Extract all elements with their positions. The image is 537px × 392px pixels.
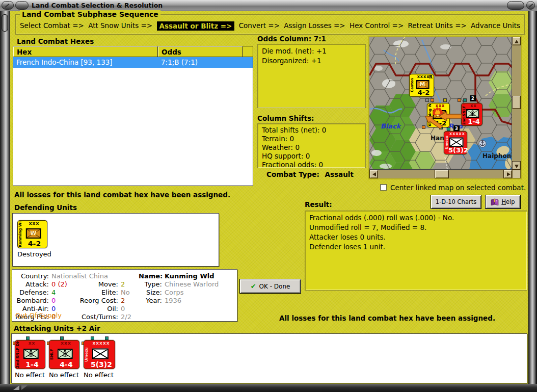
map-vscrollbar[interactable] — [512, 37, 521, 170]
warlord-symbol-icon: W — [25, 228, 41, 239]
window-frame-right — [528, 11, 537, 384]
subphase-step-att-snow: Att Snow Units => — [88, 21, 152, 31]
detail-value: 2/2 — [118, 313, 139, 321]
window-title: Land Combat Selection & Resolution — [32, 2, 163, 9]
attacking-unit-counter-umezu[interactable]: Umezu xxxxx 5(3)2 — [84, 340, 115, 369]
stack-count-badge: 2 — [470, 95, 476, 101]
detail-label: Reorg Cost: — [77, 297, 118, 304]
column-shifts-panel: Total shifts (net): 0 Terrain: 0 Weather… — [257, 123, 366, 168]
detail-label: Size: — [139, 289, 162, 296]
hscroll-thumb[interactable] — [435, 170, 449, 178]
unit-strength: 4-4 — [53, 361, 79, 369]
result-line: Fractional odds (.000) roll was (.000) -… — [309, 213, 523, 223]
odds-column-panel: Die mod. (net): +1 Disorganized: +1 — [257, 44, 366, 108]
window-system-button[interactable] — [2, 1, 14, 10]
window-shade-button[interactable] — [15, 1, 29, 10]
column-header-odds[interactable]: Odds — [158, 46, 243, 57]
column-header-hex[interactable]: Hex — [13, 46, 158, 57]
result-title: Result: — [305, 200, 332, 208]
shift-line: Total shifts (net): 0 — [262, 126, 361, 135]
status-pip — [422, 125, 425, 129]
column-shifts-title: Column Shifts: — [257, 114, 314, 122]
attack-arrow-icon — [439, 111, 462, 121]
resize-grip-icon — [13, 385, 19, 390]
detail-value: 0 — [118, 305, 139, 312]
arrow-right-icon — [507, 172, 511, 176]
map-viewport[interactable]: Black Red Han Haiphong Canton xxxx — [369, 37, 512, 170]
vscroll-thumb[interactable] — [512, 96, 521, 109]
subphase-sequence-group: Land Combat Subphase Sequence Select Com… — [15, 14, 525, 35]
shift-line: Fractional odds: 0 — [262, 161, 361, 168]
scroll-up-button[interactable] — [512, 37, 521, 45]
land-combat-window: Land Combat Selection & Resolution Land … — [0, 0, 537, 392]
charts-button-label: 1-D-10 Charts — [436, 198, 476, 205]
status-pip — [447, 127, 450, 131]
unit-details-panel: Country: Nationalist China Name: Kunming… — [12, 269, 237, 322]
unit-strength: 5(3)2 — [88, 361, 115, 369]
defending-units-panel: Kunming Wld xxx W 4-2 Destroyed — [12, 213, 219, 267]
ok-done-button-label: OK - Done — [259, 283, 290, 290]
detail-value: 0 (2) — [49, 280, 77, 288]
detail-value: Kunming Wld — [162, 272, 234, 280]
charts-button[interactable]: 1-D-10 Charts — [431, 195, 481, 209]
screw-icon — [529, 4, 533, 8]
detail-value: 1936 — [162, 297, 234, 304]
detail-label: Name: — [139, 272, 162, 280]
screw-icon — [5, 4, 10, 8]
help-button[interactable]: Help — [485, 195, 521, 209]
supply-status: Out Of Supply — [15, 311, 62, 319]
detail-label: Country: — [14, 272, 49, 280]
detail-value: 2 — [118, 297, 139, 304]
map-panel: Black Red Han Haiphong Canton xxxx — [368, 36, 522, 179]
subphase-step-advance-units: Advance Units — [471, 21, 520, 31]
status-pip — [443, 98, 447, 102]
shift-line: Weather: 0 — [262, 143, 361, 152]
city-label-hanoi: Han — [431, 135, 444, 142]
detail-label: Oil: — [77, 305, 118, 312]
detail-label: Defense: — [14, 289, 49, 296]
map-hscrollbar[interactable] — [369, 170, 512, 178]
window-collapse-button[interactable] — [507, 1, 524, 10]
subphase-step-assault-or-blitz: Assault or Blitz => — [157, 21, 235, 31]
status-pip — [26, 336, 30, 340]
check-icon: ✔ — [251, 282, 256, 290]
unit-status-label: No effect — [49, 371, 79, 379]
status-pip — [91, 336, 94, 340]
center-map-checkbox[interactable] — [380, 184, 387, 191]
arrow-left-icon — [372, 172, 376, 176]
detail-row: Defense: 4 Elite: No Size: Corps — [14, 289, 234, 296]
unit-size-marker: xx — [20, 341, 44, 345]
port-anchor-icon — [479, 140, 486, 147]
detail-value: Corps — [162, 289, 234, 296]
attacking-units-title: Attacking Units +2 Air — [14, 324, 100, 332]
marine-anchor-icon — [466, 109, 479, 118]
detail-label: Bombard: — [14, 297, 49, 304]
marine-anchor-icon — [58, 349, 73, 359]
unit-strength: 5(3)2 — [448, 146, 467, 154]
subphase-step-select-combat: Select Combat => — [20, 21, 84, 31]
odds-line: Disorganized: +1 — [262, 56, 361, 66]
shift-line: HQ support: 0 — [262, 152, 361, 161]
book-icon — [491, 198, 499, 205]
scroll-right-button[interactable] — [503, 170, 512, 178]
map-unit-2nd-snlf[interactable]: 2nd SNLF Div xx 1-4 — [461, 103, 482, 126]
scroll-down-button[interactable] — [512, 161, 521, 170]
result-line: Defender loses 1 unit. — [309, 242, 523, 252]
unit-status-label: No effect — [15, 371, 45, 379]
attacking-unit-counter-2nd-snlf[interactable]: 2nd SNLF Div xx 1-4 — [15, 340, 45, 369]
losses-assigned-message-top: All losses for this land combat hex have… — [14, 191, 230, 199]
ok-done-button[interactable]: ✔ OK - Done — [239, 279, 301, 294]
detail-value: 2 — [118, 280, 139, 288]
map-unit-canton[interactable]: Canton xxxx R M 4-2 — [409, 74, 434, 97]
detail-label: Move: — [77, 280, 118, 288]
odds-column-title: Odds Column: 7:1 — [257, 35, 326, 43]
attacking-unit-counter-snlf[interactable]: SNLF xxx 4-4 — [49, 340, 79, 369]
map-unit-umezu[interactable]: Umezu xxxxx 5(3)2 — [444, 131, 467, 154]
hex-row-selected[interactable]: French Indo-China [93, 133] 7:1;B (7:1) — [13, 57, 253, 68]
scroll-left-button[interactable] — [369, 170, 378, 178]
unit-strength: 4-2 — [414, 89, 434, 96]
defending-unit-counter[interactable]: Kunming Wld xxx W 4-2 — [17, 220, 47, 248]
attacking-unit-slot: SNLF xxx 4-4 No effect — [49, 340, 80, 380]
status-pip — [105, 336, 109, 340]
detail-label: Elite: — [77, 289, 118, 296]
